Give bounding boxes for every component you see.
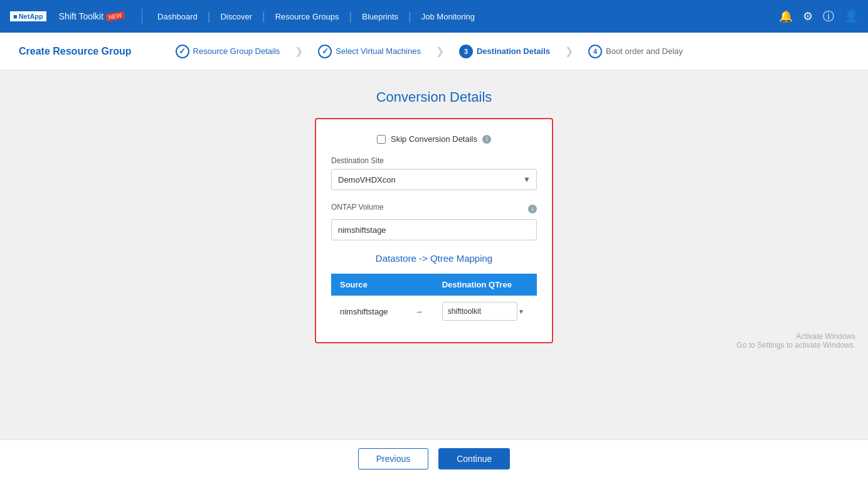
wizard-header: Create Resource Group ✓ Resource Group D… xyxy=(0,33,868,70)
nav-resource-groups[interactable]: Resource Groups xyxy=(265,0,349,33)
step-4-circle: 4 xyxy=(588,45,602,58)
step-1-label: Resource Group Details xyxy=(193,46,280,56)
step-2-label: Select Virtual Machines xyxy=(336,46,421,56)
step-3-label: Destination Details xyxy=(477,46,550,56)
destination-site-select-wrapper: DemoVHDXcon ▼ xyxy=(331,169,537,190)
dest-qtree-select[interactable]: shifttoolkit xyxy=(442,302,517,321)
table-cell-source: nimshiftstage xyxy=(331,296,405,327)
step-1-circle: ✓ xyxy=(176,45,189,58)
table-row: nimshiftstage → shifttoolkit ▼ xyxy=(331,296,537,327)
skip-label: Skip Conversion Details xyxy=(391,134,477,144)
destination-site-select[interactable]: DemoVHDXcon xyxy=(331,169,537,190)
ontap-volume-field: ONTAP Volume i xyxy=(331,203,537,253)
page-title: Conversion Details xyxy=(376,89,492,105)
ontap-volume-input[interactable] xyxy=(331,219,537,240)
nav-job-monitoring[interactable]: Job Monitoring xyxy=(411,0,485,33)
notifications-icon[interactable]: 🔔 xyxy=(779,9,793,23)
table-header-dest xyxy=(405,274,433,296)
user-icon[interactable]: 👤 xyxy=(844,9,858,23)
netapp-logo: ■ NetApp xyxy=(10,11,46,21)
wizard-step-4[interactable]: 4 Boot order and Delay xyxy=(576,45,696,58)
ontap-label: ONTAP Volume xyxy=(331,203,384,212)
step-sep-2: ❯ xyxy=(436,45,444,57)
brand-name: NetApp xyxy=(19,13,43,20)
wizard-step-2[interactable]: ✓ Select Virtual Machines xyxy=(305,45,433,58)
step-sep-3: ❯ xyxy=(565,45,573,57)
nav-dashboard[interactable]: Dashboard xyxy=(147,0,208,33)
wizard-step-1[interactable]: ✓ Resource Group Details xyxy=(163,45,293,58)
step-2-circle: ✓ xyxy=(318,45,332,58)
windows-watermark: Activate Windows Go to Settings to activ… xyxy=(737,332,855,350)
step-sep-1: ❯ xyxy=(295,45,303,57)
mapping-title: Datastore -> Qtree Mapping xyxy=(331,253,537,264)
watermark-line2: Go to Settings to activate Windows. xyxy=(737,341,855,350)
wizard-title: Create Resource Group xyxy=(19,46,132,57)
brand-logo: ■ NetApp xyxy=(10,11,46,21)
help-icon[interactable]: ⓘ xyxy=(823,9,834,24)
destination-site-field: Destination Site DemoVHDXcon ▼ xyxy=(331,156,537,190)
toolkit-text: Shift Toolkit xyxy=(59,11,103,21)
nav-discover[interactable]: Discover xyxy=(210,0,262,33)
skip-checkbox[interactable] xyxy=(377,135,386,144)
table-cell-dest: shifttoolkit ▼ xyxy=(433,296,537,327)
dest-select-arrow-icon: ▼ xyxy=(518,308,524,315)
bottom-bar: Previous Continue xyxy=(0,439,868,477)
mapping-table: Source Destination QTree nimshiftstage →… xyxy=(331,274,537,327)
form-panel: Skip Conversion Details i Destination Si… xyxy=(315,118,553,343)
nav-links: Dashboard | Discover | Resource Groups |… xyxy=(147,0,779,33)
watermark-line1: Activate Windows xyxy=(737,332,855,341)
nav-divider-1 xyxy=(142,9,142,24)
skip-info-icon[interactable]: i xyxy=(482,135,491,144)
wizard-steps: ✓ Resource Group Details ❯ ✓ Select Virt… xyxy=(163,45,849,58)
ontap-info-icon[interactable]: i xyxy=(528,205,537,213)
arrow-icon: → xyxy=(405,296,433,327)
main-content: Conversion Details Skip Conversion Detai… xyxy=(0,70,868,477)
top-navigation: ■ NetApp Shift Toolkit NEW Dashboard | D… xyxy=(0,0,868,33)
dest-select-wrapper: shifttoolkit ▼ xyxy=(442,302,528,321)
toolkit-badge: NEW xyxy=(105,11,125,22)
step-4-label: Boot order and Delay xyxy=(606,46,683,56)
ontap-row: ONTAP Volume i xyxy=(331,203,537,215)
toolkit-label: Shift Toolkit NEW xyxy=(59,11,124,21)
gear-icon[interactable]: ⚙ xyxy=(803,9,813,23)
nav-icon-group: 🔔 ⚙ ⓘ 👤 xyxy=(779,9,858,24)
table-header-source: Source xyxy=(331,274,405,296)
wizard-step-3[interactable]: 3 Destination Details xyxy=(447,45,563,58)
previous-button[interactable]: Previous xyxy=(358,448,428,469)
destination-site-label: Destination Site xyxy=(331,156,537,165)
step-3-circle: 3 xyxy=(459,45,473,58)
table-header-dest-qtree: Destination QTree xyxy=(433,274,537,296)
skip-row: Skip Conversion Details i xyxy=(331,134,537,144)
nav-blueprints[interactable]: Blueprints xyxy=(352,0,408,33)
continue-button[interactable]: Continue xyxy=(438,448,510,469)
